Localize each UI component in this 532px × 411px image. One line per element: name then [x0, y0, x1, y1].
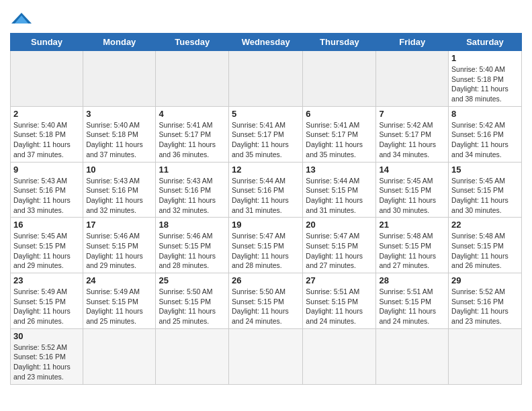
cell-info: Sunrise: 5:40 AMSunset: 5:18 PMDaylight:… [13, 120, 80, 160]
calendar-cell [156, 328, 229, 384]
cell-info: Sunrise: 5:49 AMSunset: 5:15 PMDaylight:… [13, 287, 80, 326]
calendar-cell [156, 51, 229, 107]
day-number: 25 [159, 275, 226, 285]
calendar-cell [229, 328, 303, 384]
cell-info: Sunrise: 5:52 AMSunset: 5:16 PMDaylight:… [13, 342, 80, 382]
day-header-wednesday: Wednesday [229, 34, 303, 51]
calendar-cell: 18Sunrise: 5:46 AMSunset: 5:15 PMDayligh… [156, 218, 229, 273]
day-number: 28 [379, 275, 445, 285]
cell-info: Sunrise: 5:45 AMSunset: 5:15 PMDaylight:… [13, 231, 80, 271]
day-number: 12 [232, 165, 300, 175]
cell-info: Sunrise: 5:52 AMSunset: 5:16 PMDaylight:… [451, 287, 519, 326]
calendar-cell: 22Sunrise: 5:48 AMSunset: 5:15 PMDayligh… [449, 218, 522, 273]
calendar-cell: 3Sunrise: 5:40 AMSunset: 5:18 PMDaylight… [83, 106, 156, 162]
calendar-table: SundayMondayTuesdayWednesdayThursdayFrid… [10, 33, 522, 385]
cell-info: Sunrise: 5:44 AMSunset: 5:15 PMDaylight:… [306, 176, 373, 216]
cell-info: Sunrise: 5:45 AMSunset: 5:15 PMDaylight:… [451, 176, 519, 216]
day-number: 11 [159, 165, 226, 175]
calendar-cell: 25Sunrise: 5:50 AMSunset: 5:15 PMDayligh… [156, 273, 229, 329]
cell-info: Sunrise: 5:48 AMSunset: 5:15 PMDaylight:… [379, 231, 445, 271]
day-number: 5 [232, 109, 300, 119]
cell-info: Sunrise: 5:50 AMSunset: 5:15 PMDaylight:… [232, 287, 300, 326]
logo-icon [11, 10, 32, 26]
calendar-cell: 13Sunrise: 5:44 AMSunset: 5:15 PMDayligh… [303, 162, 376, 218]
cell-info: Sunrise: 5:48 AMSunset: 5:15 PMDaylight:… [451, 231, 519, 271]
calendar-cell: 7Sunrise: 5:42 AMSunset: 5:17 PMDaylight… [376, 106, 449, 162]
day-header-sunday: Sunday [11, 34, 83, 51]
cell-info: Sunrise: 5:43 AMSunset: 5:16 PMDaylight:… [13, 176, 80, 216]
week-row-2: 2Sunrise: 5:40 AMSunset: 5:18 PMDaylight… [11, 106, 522, 162]
day-number: 19 [232, 220, 300, 230]
cell-info: Sunrise: 5:50 AMSunset: 5:15 PMDaylight:… [159, 287, 226, 326]
week-row-6: 30Sunrise: 5:52 AMSunset: 5:16 PMDayligh… [11, 328, 522, 384]
day-number: 20 [306, 220, 373, 230]
calendar-cell: 5Sunrise: 5:41 AMSunset: 5:17 PMDaylight… [229, 106, 303, 162]
day-number: 1 [451, 53, 519, 63]
day-number: 27 [306, 275, 373, 285]
calendar-cell: 23Sunrise: 5:49 AMSunset: 5:15 PMDayligh… [11, 273, 83, 329]
day-number: 10 [86, 165, 152, 175]
cell-info: Sunrise: 5:41 AMSunset: 5:17 PMDaylight:… [306, 120, 373, 160]
calendar-cell: 8Sunrise: 5:42 AMSunset: 5:16 PMDaylight… [449, 106, 522, 162]
day-number: 22 [451, 220, 519, 230]
day-header-thursday: Thursday [303, 34, 376, 51]
cell-info: Sunrise: 5:45 AMSunset: 5:15 PMDaylight:… [379, 176, 445, 216]
calendar-cell [376, 51, 449, 107]
cell-info: Sunrise: 5:43 AMSunset: 5:16 PMDaylight:… [159, 176, 226, 216]
calendar-cell [229, 51, 303, 107]
day-number: 9 [13, 165, 80, 175]
calendar-cell: 20Sunrise: 5:47 AMSunset: 5:15 PMDayligh… [303, 218, 376, 273]
calendar-cell [303, 51, 376, 107]
day-number: 4 [159, 109, 226, 119]
calendar-cell: 24Sunrise: 5:49 AMSunset: 5:15 PMDayligh… [83, 273, 156, 329]
day-number: 13 [306, 165, 373, 175]
day-number: 23 [13, 275, 80, 285]
day-number: 8 [451, 109, 519, 119]
cell-info: Sunrise: 5:49 AMSunset: 5:15 PMDaylight:… [86, 287, 152, 326]
day-number: 16 [13, 220, 80, 230]
cell-info: Sunrise: 5:44 AMSunset: 5:16 PMDaylight:… [232, 176, 300, 216]
calendar-cell [376, 328, 449, 384]
day-number: 2 [13, 109, 80, 119]
days-header-row: SundayMondayTuesdayWednesdayThursdayFrid… [11, 34, 522, 51]
calendar-cell [303, 328, 376, 384]
week-row-1: 1Sunrise: 5:40 AMSunset: 5:18 PMDaylight… [11, 51, 522, 107]
logo [10, 10, 32, 26]
calendar-cell: 6Sunrise: 5:41 AMSunset: 5:17 PMDaylight… [303, 106, 376, 162]
calendar-cell: 1Sunrise: 5:40 AMSunset: 5:18 PMDaylight… [449, 51, 522, 107]
calendar-cell: 16Sunrise: 5:45 AMSunset: 5:15 PMDayligh… [11, 218, 83, 273]
cell-info: Sunrise: 5:46 AMSunset: 5:15 PMDaylight:… [159, 231, 226, 271]
day-number: 7 [379, 109, 445, 119]
day-number: 6 [306, 109, 373, 119]
calendar-cell: 12Sunrise: 5:44 AMSunset: 5:16 PMDayligh… [229, 162, 303, 218]
calendar-cell: 19Sunrise: 5:47 AMSunset: 5:15 PMDayligh… [229, 218, 303, 273]
cell-info: Sunrise: 5:47 AMSunset: 5:15 PMDaylight:… [306, 231, 373, 271]
cell-info: Sunrise: 5:47 AMSunset: 5:15 PMDaylight:… [232, 231, 300, 271]
cell-info: Sunrise: 5:41 AMSunset: 5:17 PMDaylight:… [232, 120, 300, 160]
calendar-cell: 29Sunrise: 5:52 AMSunset: 5:16 PMDayligh… [449, 273, 522, 329]
day-number: 29 [451, 275, 519, 285]
calendar-cell: 11Sunrise: 5:43 AMSunset: 5:16 PMDayligh… [156, 162, 229, 218]
calendar-cell [83, 51, 156, 107]
cell-info: Sunrise: 5:42 AMSunset: 5:16 PMDaylight:… [451, 120, 519, 160]
calendar-cell [11, 51, 83, 107]
day-number: 21 [379, 220, 445, 230]
calendar-cell: 27Sunrise: 5:51 AMSunset: 5:15 PMDayligh… [303, 273, 376, 329]
week-row-4: 16Sunrise: 5:45 AMSunset: 5:15 PMDayligh… [11, 218, 522, 273]
cell-info: Sunrise: 5:51 AMSunset: 5:15 PMDaylight:… [306, 287, 373, 326]
calendar-cell: 2Sunrise: 5:40 AMSunset: 5:18 PMDaylight… [11, 106, 83, 162]
day-number: 14 [379, 165, 445, 175]
calendar-cell [449, 328, 522, 384]
cell-info: Sunrise: 5:43 AMSunset: 5:16 PMDaylight:… [86, 176, 152, 216]
cell-info: Sunrise: 5:42 AMSunset: 5:17 PMDaylight:… [379, 120, 445, 160]
day-number: 15 [451, 165, 519, 175]
calendar-cell: 15Sunrise: 5:45 AMSunset: 5:15 PMDayligh… [449, 162, 522, 218]
day-number: 3 [86, 109, 152, 119]
cell-info: Sunrise: 5:46 AMSunset: 5:15 PMDaylight:… [86, 231, 152, 271]
day-number: 30 [13, 331, 80, 341]
day-number: 18 [159, 220, 226, 230]
day-header-tuesday: Tuesday [156, 34, 229, 51]
week-row-3: 9Sunrise: 5:43 AMSunset: 5:16 PMDaylight… [11, 162, 522, 218]
cell-info: Sunrise: 5:41 AMSunset: 5:17 PMDaylight:… [159, 120, 226, 160]
calendar-cell: 28Sunrise: 5:51 AMSunset: 5:15 PMDayligh… [376, 273, 449, 329]
